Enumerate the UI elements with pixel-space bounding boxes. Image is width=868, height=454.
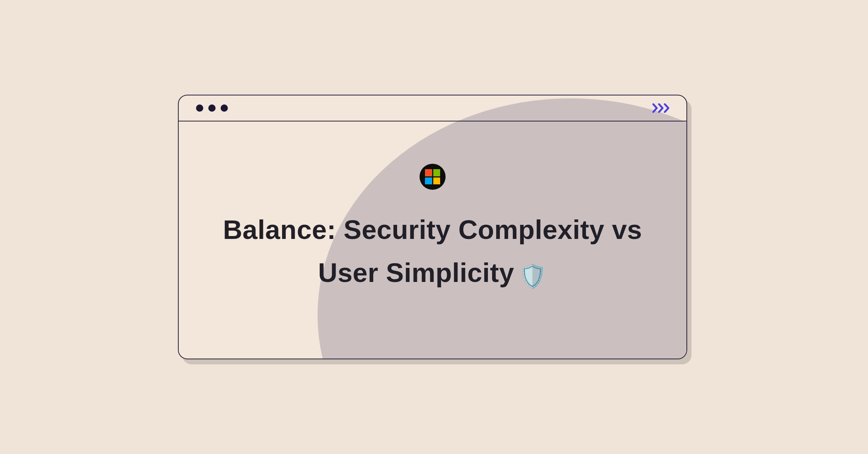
headline-container: Balance: Security Complexity vs User Sim… xyxy=(216,209,650,295)
shield-icon: 🛡️ xyxy=(518,263,547,289)
ms-square-yellow xyxy=(433,177,441,185)
window-content: Balance: Security Complexity vs User Sim… xyxy=(179,121,686,359)
ms-square-green xyxy=(433,169,441,176)
window-controls xyxy=(196,104,228,112)
logo-badge xyxy=(420,164,446,190)
ms-square-red xyxy=(425,169,432,176)
headline-text: Balance: Security Complexity vs User Sim… xyxy=(223,215,642,287)
card-stage: Balance: Security Complexity vs User Sim… xyxy=(163,85,705,369)
microsoft-logo-icon xyxy=(425,169,440,184)
triple-chevron-right-icon xyxy=(652,103,672,113)
window-dot-icon xyxy=(208,104,216,112)
window-dot-icon xyxy=(221,104,228,112)
window-titlebar xyxy=(179,95,686,121)
window-dot-icon xyxy=(196,104,203,112)
browser-window: Balance: Security Complexity vs User Sim… xyxy=(178,95,687,359)
ms-square-blue xyxy=(425,177,432,185)
